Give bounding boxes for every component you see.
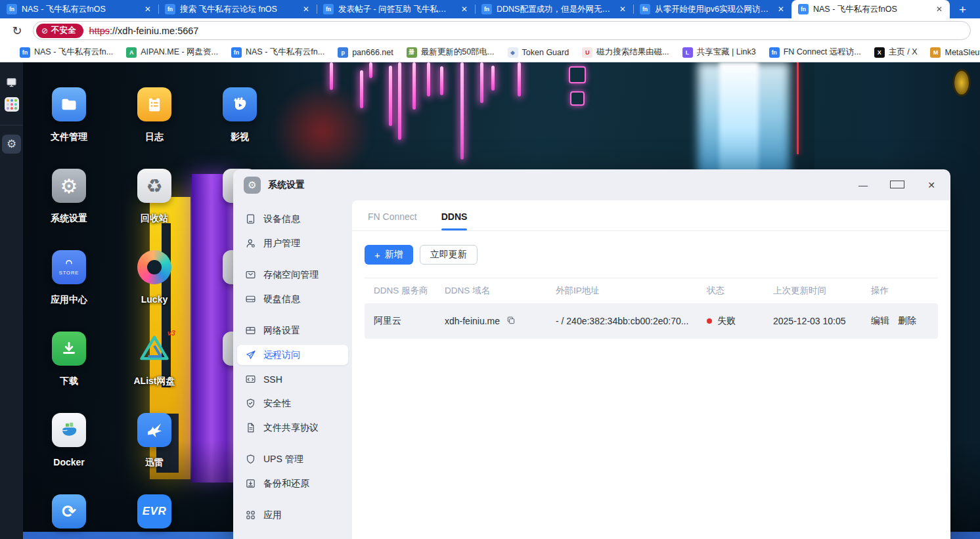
maximize-button[interactable] [890, 180, 904, 190]
table-row: 阿里云 xdh-feiniu.me - / 240e:382:34bb:cb00… [365, 303, 938, 339]
sidebar-item-network[interactable]: 网络设置 [237, 320, 348, 341]
minimize-button[interactable]: — [856, 180, 870, 190]
bookmark-favicon: ◆ [508, 47, 518, 58]
bookmark-favicon: p [338, 47, 348, 58]
copy-icon[interactable] [506, 316, 516, 327]
browser-tab[interactable]: fn NAS - 飞牛私有云fnOS ✕ [0, 0, 158, 18]
bookmark[interactable]: X主页 / X [869, 45, 923, 60]
sidebar-item-file-sharing[interactable]: 文件共享协议 [237, 418, 348, 438]
close-button[interactable]: ✕ [924, 180, 939, 190]
add-ddns-button[interactable]: + 新增 [365, 245, 413, 265]
desktop-icon-app-center[interactable]: STORE 应用中心 [30, 250, 108, 306]
bookmark[interactable]: U磁力搜索结果由磁... [577, 45, 674, 60]
sidebar-item-label: 用户管理 [263, 238, 300, 249]
browser-tab[interactable]: fn 从零开始使用ipv6实现公网访问+ ✕ [633, 0, 791, 18]
bookmark[interactable]: 册最新更新的50部电... [401, 45, 500, 60]
tab-close-icon[interactable]: ✕ [301, 5, 311, 14]
address-bar: ↻ ⊘不安全 https://xdh-feiniu.me:5667 [0, 18, 980, 43]
tab-close-icon[interactable]: ✕ [143, 5, 153, 14]
sidebar-item-storage[interactable]: 存储空间管理 [237, 265, 348, 285]
update-now-button[interactable]: 立即更新 [420, 245, 478, 265]
desktop-icon-files[interactable]: 文件管理 [30, 87, 108, 143]
desktop-icon-sync[interactable]: ⟳ [30, 494, 108, 528]
sidebar-item-label: 远程访问 [263, 349, 300, 361]
device-icon [245, 213, 256, 225]
desktop-icon-alist[interactable]: v3 AList网盘 [115, 332, 194, 387]
url-text[interactable]: https://xdh-feiniu.me:5667 [89, 26, 199, 36]
edit-link[interactable]: 编辑 [871, 315, 889, 327]
reload-icon[interactable]: ↻ [9, 24, 25, 38]
sidebar-item-remote-access[interactable]: 远程访问 [237, 345, 348, 365]
desktop-icon-system-settings[interactable]: ⚙ 系统设置 [30, 169, 108, 225]
browser-tab[interactable]: fn 发表帖子 - 问答互助 飞牛私有云 ✕ [317, 0, 475, 18]
cell-updated: 2025-12-03 10:05 [773, 316, 871, 326]
sidebar-item-apps[interactable]: 应用 [237, 505, 348, 525]
maximize-icon [890, 181, 904, 188]
bookmark[interactable]: L共享宝藏 | Link3 [677, 45, 761, 60]
desktop-icon-recycle-bin[interactable]: ♻ 回收站 [115, 169, 194, 225]
sidebar-item-disk-info[interactable]: 硬盘信息 [237, 289, 348, 309]
tab-close-icon[interactable]: ✕ [459, 5, 470, 14]
sidebar-item-ssh[interactable]: SSH [237, 369, 348, 389]
sidebar-item-label: 应用 [263, 509, 282, 521]
bookmark-label: NAS - 飞牛私有云fn... [246, 47, 324, 58]
tab-ddns[interactable]: DDNS [441, 211, 468, 230]
bookmark[interactable]: fnNAS - 飞牛私有云fn... [14, 45, 118, 60]
dock-settings-icon[interactable]: ⚙ [2, 135, 21, 154]
bookmark-label: 主页 / X [889, 47, 918, 58]
bookmark[interactable]: ◆Token Guard [502, 45, 575, 60]
sidebar-item-security[interactable]: 安全性 [237, 393, 348, 414]
tab-close-icon[interactable]: ✕ [617, 5, 628, 14]
fnos-favicon: fn [7, 4, 17, 14]
evr-logo: EVR [137, 494, 171, 528]
desktop-icon-docker[interactable]: Docker [30, 413, 108, 467]
tab-fn-connect[interactable]: FN Connect [368, 211, 417, 230]
fnos-favicon: fn [640, 4, 650, 14]
sidebar-item-backup[interactable]: 备份和还原 [237, 473, 348, 494]
docker-whale-icon [59, 420, 79, 440]
bookmark[interactable]: MMetaSleuth | Crypto... [925, 45, 980, 60]
content-tabs: FN Connect DDNS [352, 200, 950, 231]
tab-close-icon[interactable]: ✕ [776, 5, 786, 14]
bookmark[interactable]: fnFN Connect 远程访... [764, 45, 866, 60]
col-status: 状态 [707, 285, 773, 297]
new-tab-button[interactable]: + [950, 3, 975, 16]
url-box[interactable]: ⊘不安全 https://xdh-feiniu.me:5667 [33, 21, 971, 40]
browser-chrome: fn NAS - 飞牛私有云fnOS ✕ fn 搜索 飞牛私有云论坛 fnOS … [0, 0, 980, 62]
desktop-icon-downloads[interactable]: 下载 [30, 332, 108, 387]
system-settings-window: ⚙ 系统设置 — ✕ 设备信息 用户管理 存储空间管理 [233, 169, 950, 539]
user-icon [245, 238, 256, 249]
desktop-icon-evr[interactable]: EVR [115, 494, 194, 528]
desktop-icon-logs[interactable]: 日志 [115, 87, 194, 143]
bookmark[interactable]: fnNAS - 飞牛私有云fn... [226, 45, 330, 60]
sidebar-item-ups[interactable]: UPS 管理 [237, 449, 348, 469]
cell-domain: xdh-feiniu.me [445, 316, 500, 326]
window-titlebar[interactable]: ⚙ 系统设置 — ✕ [233, 169, 950, 200]
desktop-icon-lucky[interactable]: Lucky [115, 250, 194, 305]
bookmark-favicon: 册 [407, 47, 417, 58]
app-grid-icon[interactable] [5, 97, 19, 112]
sidebar-item-user-management[interactable]: 用户管理 [237, 233, 348, 253]
alist-v3-badge: v3 [167, 329, 175, 337]
sidebar-item-device-info[interactable]: 设备信息 [237, 209, 348, 229]
icon-label: AList网盘 [134, 376, 175, 387]
desktop-icon-thunder[interactable]: 迅雷 [115, 413, 194, 469]
browser-tab[interactable]: fn DDNS配置成功，但是外网无法通 ✕ [475, 0, 633, 18]
col-domain: DDNS 域名 [445, 285, 556, 297]
tab-bar: fn NAS - 飞牛私有云fnOS ✕ fn 搜索 飞牛私有云论坛 fnOS … [0, 0, 980, 18]
gear-icon: ⚙ [52, 169, 86, 203]
settings-gear-icon: ⚙ [244, 177, 261, 194]
desktop-monitor-icon[interactable] [6, 77, 17, 88]
fnos-favicon: fn [323, 4, 334, 14]
add-label: 新增 [385, 249, 403, 261]
browser-tab[interactable]: fn 搜索 飞牛私有云论坛 fnOS ✕ [158, 0, 317, 18]
sidebar-item-label: 设备信息 [263, 213, 300, 225]
bookmark[interactable]: AAIPAN.ME - 网盘资... [121, 45, 223, 60]
bookmark-favicon: fn [769, 47, 780, 58]
browser-tab-active[interactable]: fn NAS - 飞牛私有云fnOS ✕ [791, 0, 950, 18]
not-secure-badge[interactable]: ⊘不安全 [36, 24, 83, 38]
desktop-icon-movies[interactable]: 影视 [200, 87, 279, 143]
delete-link[interactable]: 删除 [898, 315, 916, 327]
bookmark[interactable]: ppan666.net [332, 45, 399, 60]
tab-close-icon[interactable]: ✕ [934, 5, 945, 14]
